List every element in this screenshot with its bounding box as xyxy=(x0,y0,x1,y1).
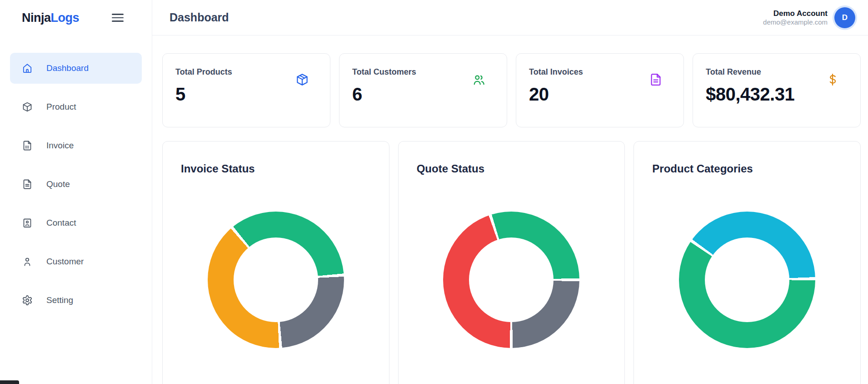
account-text: Demo Account demo@example.com xyxy=(763,9,828,27)
quote-status-donut-chart[interactable] xyxy=(443,212,579,348)
donut-hole xyxy=(705,237,789,322)
avatar[interactable]: D xyxy=(834,7,855,28)
user-icon xyxy=(22,256,33,267)
stats-row: Total Products 5 Total Customers 6 xyxy=(162,53,861,127)
chart-card-product-categories: Product Categories xyxy=(634,141,861,384)
sidebar-item-contact[interactable]: Contact xyxy=(10,207,142,238)
chart-title: Product Categories xyxy=(652,162,842,175)
sidebar-item-product[interactable]: Product xyxy=(10,91,142,122)
stat-value: 5 xyxy=(175,84,317,105)
invoice-status-donut-chart[interactable] xyxy=(208,212,344,348)
invoice-document-icon xyxy=(22,140,33,151)
top-header: Dashboard Demo Account demo@example.com … xyxy=(152,0,868,35)
cube-icon xyxy=(295,73,309,86)
sidebar-item-label: Contact xyxy=(46,218,76,228)
gear-icon xyxy=(22,295,33,306)
stat-card-total-invoices: Total Invoices 20 xyxy=(516,53,684,127)
logo-row: NinjaLogs xyxy=(0,0,152,35)
sidebar-item-label: Product xyxy=(46,102,76,112)
chart-title: Quote Status xyxy=(417,162,607,175)
account-name: Demo Account xyxy=(763,9,828,18)
dollar-icon xyxy=(826,73,839,86)
home-icon xyxy=(22,63,33,74)
stat-card-total-products: Total Products 5 xyxy=(162,53,330,127)
sidebar-item-label: Dashboard xyxy=(46,63,89,73)
sidebar-item-customer[interactable]: Customer xyxy=(10,246,142,277)
donut-hole xyxy=(234,237,318,322)
logo-text-accent: Logs xyxy=(51,11,80,25)
sidebar-item-dashboard[interactable]: Dashboard xyxy=(10,53,142,84)
stat-value: 6 xyxy=(352,84,494,105)
chart-title: Invoice Status xyxy=(181,162,371,175)
dashboard-content: Total Products 5 Total Customers 6 xyxy=(152,35,868,384)
app-logo[interactable]: NinjaLogs xyxy=(22,11,79,25)
chart-card-invoice-status: Invoice Status xyxy=(162,141,389,384)
stat-value: $80,432.31 xyxy=(706,84,848,105)
sidebar-item-label: Invoice xyxy=(46,141,74,151)
account-menu[interactable]: Demo Account demo@example.com D xyxy=(763,7,858,28)
quote-document-icon xyxy=(22,179,33,190)
sidebar: NinjaLogs Dashboard Product xyxy=(0,0,152,384)
hamburger-menu-icon[interactable] xyxy=(112,11,124,24)
stat-card-total-customers: Total Customers 6 xyxy=(339,53,507,127)
browser-status-tooltip xyxy=(0,380,19,384)
sidebar-item-label: Setting xyxy=(46,295,73,305)
sidebar-item-invoice[interactable]: Invoice xyxy=(10,130,142,161)
charts-row: Invoice Status Quote Status Product Cate… xyxy=(162,141,861,384)
sidebar-item-quote[interactable]: Quote xyxy=(10,169,142,200)
main-area: Dashboard Demo Account demo@example.com … xyxy=(152,0,868,384)
product-categories-donut-chart[interactable] xyxy=(679,212,815,348)
sidebar-item-label: Quote xyxy=(46,179,70,189)
sidebar-item-label: Customer xyxy=(46,257,84,267)
account-email: demo@example.com xyxy=(763,18,828,27)
donut-hole xyxy=(469,237,554,322)
sidebar-item-setting[interactable]: Setting xyxy=(10,285,142,316)
page-title: Dashboard xyxy=(170,11,229,24)
users-icon xyxy=(472,73,486,86)
logo-text-dark: Ninja xyxy=(22,11,51,25)
stat-card-total-revenue: Total Revenue $80,432.31 xyxy=(693,53,861,127)
package-icon xyxy=(22,101,33,112)
chart-card-quote-status: Quote Status xyxy=(398,141,625,384)
file-text-icon xyxy=(649,73,663,86)
sidebar-nav: Dashboard Product Invoice Quote xyxy=(0,35,152,323)
stat-value: 20 xyxy=(529,84,671,105)
contact-badge-icon xyxy=(22,217,33,228)
